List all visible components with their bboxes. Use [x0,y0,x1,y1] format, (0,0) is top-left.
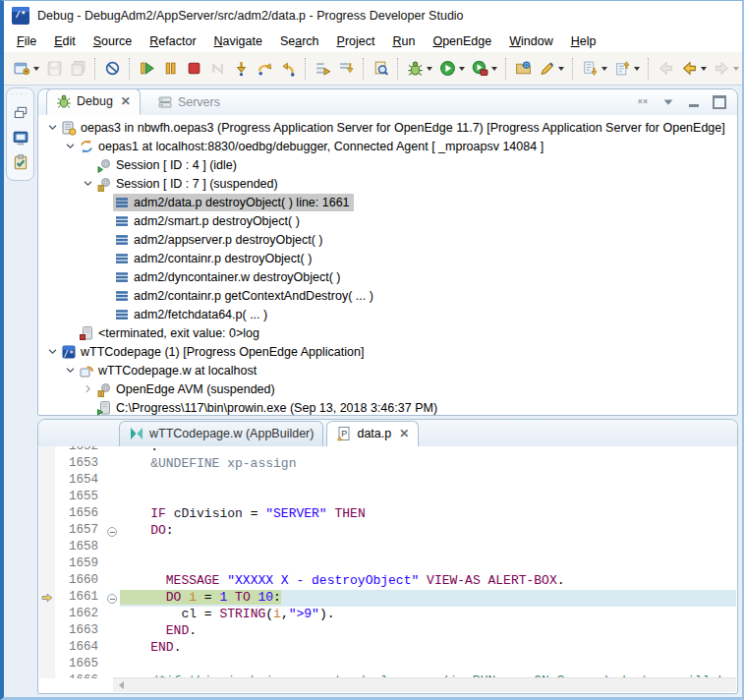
tree-item[interactable]: /*wTTCodepage (1) [Progress OpenEdge App… [60,343,368,361]
menu-file[interactable]: File [8,31,45,51]
annotation-ruler[interactable] [39,607,55,623]
annotation-ruler[interactable] [39,506,55,523]
tree-item[interactable]: adm2/appserver.p destroyObject( ) [113,231,326,249]
annotation-ruler[interactable] [39,623,55,640]
tree-item[interactable]: Session [ ID : 4 ] (idle) [95,156,241,174]
menu-help[interactable]: Help [562,31,605,51]
menu-openedge[interactable]: OpenEdge [424,31,500,51]
previous-annotation-button[interactable] [610,57,643,81]
menu-project[interactable]: Project [328,31,384,51]
tree-item[interactable]: adm2/fetchdata64.p( ... ) [113,306,271,323]
remove-all-terminated-icon[interactable] [635,95,651,109]
tab-datap[interactable]: P data.p ✕ [326,421,419,446]
annotation-ruler[interactable] [39,673,55,678]
tab-servers[interactable]: Servers [148,90,229,115]
code-text[interactable]: &UNDEFINE xp-assign [120,456,736,473]
scroll-left-icon[interactable] [119,681,124,689]
use-step-filters-button[interactable] [311,57,334,81]
tab-wttcodepage[interactable]: wTTCodepage.w (AppBuilder) [119,421,323,446]
fold-marker[interactable] [105,590,120,607]
annotation-ruler[interactable] [39,556,55,573]
terminate-button[interactable] [182,57,205,81]
profile-button[interactable] [468,57,500,81]
tree-item[interactable]: OpenEdge AVM (suspended) [95,380,279,398]
annotation-ruler[interactable] [39,540,55,556]
resume-button[interactable] [135,57,158,81]
code-text[interactable]: . [120,446,736,456]
view-menu-icon[interactable] [660,95,676,109]
menu-search[interactable]: Search [271,31,328,51]
tree-item[interactable]: oepas3 in nbwfh.oepas3 (Progress Applica… [60,119,729,137]
annotation-ruler[interactable] [39,523,55,540]
expand-icon[interactable] [80,381,95,397]
open-resource-button[interactable] [511,57,535,81]
back-button[interactable] [677,57,710,81]
tree-item[interactable]: adm2/containr.p destroyObject( ) [113,250,315,267]
annotation-ruler[interactable] [39,456,55,473]
tree-item[interactable]: <terminated, exit value: 0>log [78,324,263,342]
code-text[interactable]: cl = STRING(i,">9"). [120,607,736,623]
step-into-selection-button[interactable] [334,57,358,81]
step-into-button[interactable] [229,57,253,81]
tree-item[interactable]: adm2/data.p destroyObject( ) line: 1661 [113,194,354,211]
annotation-ruler[interactable] [39,490,55,506]
tasks-view-icon[interactable] [12,153,29,171]
console-view-icon[interactable] [12,129,29,146]
tree-item[interactable]: adm2/smart.p destroyObject( ) [113,212,304,230]
suspend-button[interactable] [158,57,182,81]
code-text[interactable]: IF cDivision = "SERVER" THEN [120,506,736,523]
horizontal-scrollbar[interactable] [113,677,736,692]
skip-all-breakpoints-button[interactable] [100,57,124,81]
tab-datap-close-icon[interactable]: ✕ [399,427,409,440]
minimize-icon[interactable] [686,95,702,109]
menu-window[interactable]: Window [500,31,561,51]
step-over-button[interactable] [253,57,276,81]
rail-drag-handle[interactable]: ···· [11,91,29,97]
tree-item[interactable]: wTTCodepage.w at localhost [78,362,260,379]
code-text[interactable]: MESSAGE "XXXXX X - destroyObject" VIEW-A… [120,573,736,590]
inspect-button[interactable] [369,57,392,81]
code-text[interactable] [120,473,736,490]
code-text[interactable] [120,657,736,673]
debug-button[interactable] [403,57,435,81]
tab-debug[interactable]: Debug ✕ [46,88,141,115]
collapse-icon[interactable] [44,344,60,360]
annotation-ruler[interactable] [39,590,55,607]
code-text[interactable]: DO i = 1 TO 10: [120,590,736,607]
collapse-icon[interactable] [62,139,78,154]
code-editor[interactable]: 1652 .1653 &UNDEFINE xp-assign1654165516… [39,446,736,678]
collapse-icon[interactable] [44,120,60,136]
code-text[interactable] [120,556,736,573]
new-wizard-button[interactable] [10,57,42,81]
tree-item[interactable]: adm2/dyncontainer.w destroyObject( ) [113,268,345,286]
menu-source[interactable]: Source [85,31,142,51]
tab-debug-close-icon[interactable]: ✕ [121,94,131,108]
run-button[interactable] [435,57,468,81]
tree-item[interactable]: oepas1 at localhost:8830/oedbg/debugger,… [78,138,547,155]
annotation-ruler[interactable] [39,473,55,490]
menu-refactor[interactable]: Refactor [141,31,204,51]
tree-item[interactable]: adm2/containr.p getContextAndDestroy( ..… [113,287,377,305]
code-text[interactable]: END. [120,640,736,657]
menu-edit[interactable]: Edit [45,31,85,51]
code-text[interactable]: DO: [120,523,736,540]
fold-marker[interactable] [105,523,120,540]
tree-item[interactable]: C:\Progress\117\bin\prowin.exe (Sep 13, … [95,399,441,417]
menu-run[interactable]: Run [383,31,424,51]
maximize-icon[interactable] [712,95,727,109]
annotation-ruler[interactable] [39,657,55,673]
menu-navigate[interactable]: Navigate [205,31,271,51]
restore-views-icon[interactable] [12,104,29,122]
code-text[interactable] [120,490,736,506]
next-annotation-button[interactable] [578,57,610,81]
collapse-icon[interactable] [62,363,78,379]
collapse-icon[interactable] [80,176,95,192]
annotation-ruler[interactable] [39,446,55,456]
tree-item[interactable]: Session [ ID : 7 ] (suspended) [95,175,282,193]
highlight-button[interactable] [535,57,567,81]
code-text[interactable]: END. [120,623,736,640]
step-return-button[interactable] [276,57,300,81]
code-text[interactable] [120,540,736,556]
annotation-ruler[interactable] [39,640,55,657]
annotation-ruler[interactable] [39,573,55,590]
